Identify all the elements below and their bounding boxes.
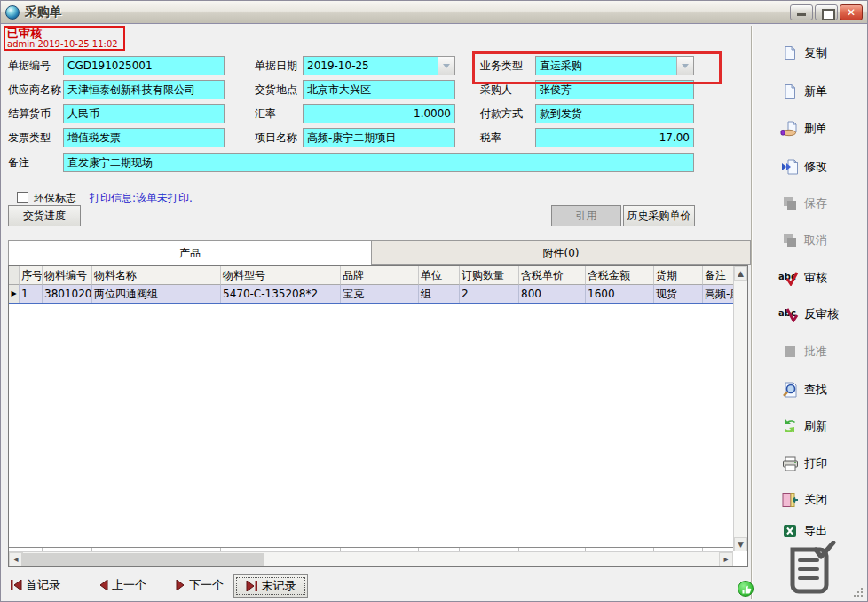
copy-button[interactable]: 复制 (778, 44, 827, 63)
first-record-icon (10, 580, 22, 590)
delivery-place-label: 交货地点 (255, 80, 297, 99)
horizontal-scroll-thumb[interactable] (21, 553, 264, 566)
remark-label: 备注 (8, 153, 29, 172)
close-window-button[interactable]: ✕ (840, 4, 863, 20)
resize-grip[interactable] (853, 587, 864, 598)
vertical-scrollbar[interactable]: ▲ ▼ (733, 266, 747, 551)
col-name[interactable]: 物料名称 (92, 266, 221, 285)
history-price-button[interactable]: 历史采购单价 (623, 205, 695, 226)
doc-date-field[interactable]: 2019-10-25 (303, 56, 455, 75)
invoice-type-label: 发票类型 (8, 128, 51, 147)
delete-hand-icon (778, 120, 801, 138)
tab-attachment[interactable]: 附件(0) (372, 240, 751, 265)
buyer-field[interactable]: 张俊芳 (535, 80, 694, 99)
scroll-down-arrow[interactable]: ▼ (734, 537, 747, 551)
cell-code[interactable]: 38010202 (43, 285, 92, 303)
col-brand[interactable]: 品牌 (341, 266, 419, 285)
maximize-button[interactable] (815, 4, 838, 20)
find-button[interactable]: 查找 (778, 380, 827, 400)
col-price[interactable]: 含税单价 (519, 266, 586, 285)
audit-button[interactable]: abc 审核 (778, 268, 827, 288)
cell-qty[interactable]: 2 (460, 285, 519, 303)
sidebar-divider (751, 26, 753, 599)
col-unit[interactable]: 单位 (419, 266, 460, 285)
cell-name[interactable]: 两位四通阀组 (92, 285, 221, 303)
business-type-field[interactable]: 直运采购 (535, 56, 694, 75)
audit-meta: admin 2019-10-25 11:02 (7, 39, 122, 50)
eco-mark-checkbox[interactable] (17, 192, 28, 203)
invoice-type-field[interactable]: 增值税发票 (63, 128, 225, 147)
buyer-label: 采购人 (480, 80, 512, 99)
remark-field[interactable]: 直发康宁二期现场 (63, 153, 694, 172)
cell-model[interactable]: 5470-C-135208*2 (221, 285, 341, 303)
delivery-place-field[interactable]: 北京市大兴区 (303, 80, 455, 99)
doc-no-label: 单据编号 (8, 56, 51, 75)
delete-button[interactable]: 删单 (778, 119, 827, 139)
unaudit-button[interactable]: abc 反审核 (778, 305, 839, 324)
row-selector-arrow: ▶ (9, 285, 20, 303)
doc-no-field[interactable]: CGD191025001 (63, 56, 225, 75)
titlebar[interactable]: 采购单 ✕ (1, 1, 867, 24)
prev-record-button[interactable]: 上一个 (99, 577, 146, 593)
scroll-right-arrow[interactable]: ▸ (719, 552, 733, 566)
new-page-icon (778, 83, 801, 100)
save-button: 保存 (778, 194, 827, 213)
last-record-button[interactable]: 末记录 (233, 574, 308, 598)
audit-stamp: 已审核 admin 2019-10-25 11:02 (4, 26, 125, 51)
currency-field[interactable]: 人民币 (63, 104, 225, 123)
exchange-rate-field[interactable]: 1.0000 (303, 104, 455, 123)
copy-page-icon (778, 44, 801, 62)
export-button[interactable]: 导出 (778, 521, 827, 541)
supplier-field[interactable]: 天津恒泰创新科技有限公司 (63, 80, 225, 99)
exchange-rate-label: 汇率 (255, 104, 276, 123)
col-delivery[interactable]: 货期 (654, 266, 703, 285)
project-field[interactable]: 高频-康宁二期项目 (303, 128, 455, 147)
col-seq[interactable]: 序号 (20, 266, 43, 285)
find-magnifier-icon (778, 381, 801, 399)
delivery-progress-button[interactable]: 交货进度 (8, 205, 81, 226)
cell-seq[interactable]: 1 (20, 285, 43, 303)
cell-brand[interactable]: 宝克 (341, 285, 419, 303)
print-button[interactable]: 打印 (778, 454, 827, 473)
new-button[interactable]: 新单 (778, 82, 827, 101)
scroll-up-arrow[interactable]: ▲ (734, 266, 747, 281)
tax-rate-field[interactable]: 17.00 (535, 128, 694, 147)
project-label: 项目名称 (255, 128, 297, 147)
grid-data-row[interactable]: ▶ 1 38010202 两位四通阀组 5470-C-135208*2 宝克 组… (9, 285, 747, 304)
tab-product[interactable]: 产品 (8, 240, 372, 265)
col-code[interactable]: 物料编号 (43, 266, 92, 285)
prev-record-label: 上一个 (112, 577, 146, 593)
cell-delivery[interactable]: 现货 (654, 285, 703, 303)
assistant-badge[interactable] (738, 581, 754, 597)
cell-remark[interactable]: 高频-康宁 (703, 285, 733, 303)
next-record-button[interactable]: 下一个 (176, 577, 224, 593)
horizontal-scrollbar[interactable]: ◂ ▸ (9, 551, 733, 566)
business-type-dropdown-button[interactable] (676, 57, 693, 75)
approve-disabled-icon (778, 343, 801, 360)
detail-tabs: 产品 附件(0) (8, 240, 751, 265)
exit-door-icon (778, 491, 801, 509)
payment-label: 付款方式 (480, 104, 523, 123)
doc-date-value: 2019-10-25 (307, 59, 369, 72)
modify-button[interactable]: 修改 (778, 157, 827, 177)
minimize-button[interactable] (790, 4, 813, 20)
col-qty[interactable]: 订购数量 (460, 266, 519, 285)
approve-button: 批准 (778, 342, 827, 361)
window-title: 采购单 (25, 4, 62, 20)
first-record-button[interactable]: 首记录 (10, 577, 60, 593)
business-type-value: 直运采购 (540, 59, 582, 72)
cell-price[interactable]: 800 (519, 285, 586, 303)
cell-amount[interactable]: 1600 (586, 285, 654, 303)
col-amount[interactable]: 含税金额 (586, 266, 654, 285)
col-remark[interactable]: 备注 (703, 266, 733, 285)
refresh-button[interactable]: 刷新 (778, 416, 827, 436)
cancel-button: 取消 (778, 231, 827, 250)
purchase-order-window: 采购单 ✕ 已审核 admin 2019-10-25 11:02 单据编号 CG… (0, 0, 868, 602)
print-info-text: 打印信息:该单未打印. (90, 188, 193, 208)
cell-unit[interactable]: 组 (419, 285, 460, 303)
doc-date-dropdown-button[interactable] (438, 57, 454, 75)
col-model[interactable]: 物料型号 (221, 266, 341, 285)
close-button[interactable]: 关闭 (778, 490, 827, 510)
payment-field[interactable]: 款到发货 (535, 104, 694, 123)
grid-header-row: 序号 物料编号 物料名称 物料型号 品牌 单位 订购数量 含税单价 含税金额 货… (9, 266, 747, 285)
